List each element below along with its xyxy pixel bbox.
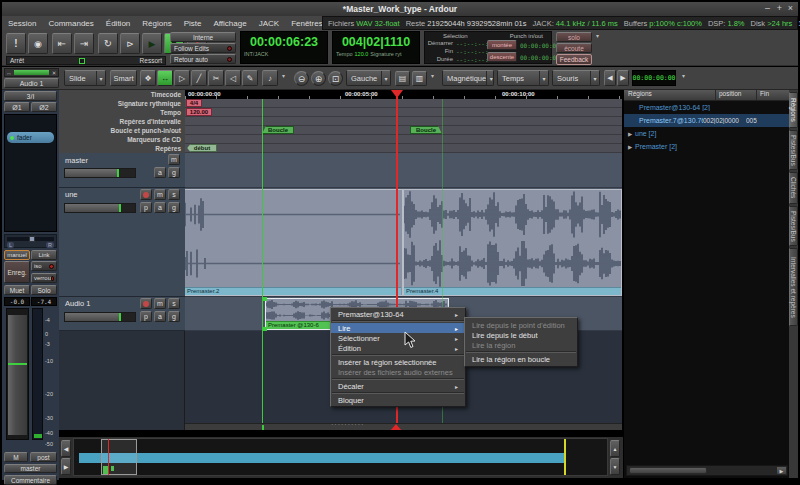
region-fade-handle[interactable]	[263, 327, 267, 331]
region-row-name[interactable]: Premaster [2]	[635, 143, 677, 150]
comments-button[interactable]: Commentaire	[4, 475, 57, 485]
region-row-name[interactable]: une [2]	[635, 130, 656, 137]
menu-jack[interactable]: JACK	[253, 19, 285, 28]
submenu-item-loop-region[interactable]: Lire la région en boucle	[465, 354, 577, 364]
menu-item-nudge[interactable]: Décaler ▸	[331, 381, 465, 391]
solo-isolate-button[interactable]: iso	[31, 261, 57, 271]
feedback-indicator-button[interactable]: Feedback	[556, 54, 592, 65]
une-record-arm-button[interactable]	[140, 189, 152, 200]
start-location-marker[interactable]: début	[187, 144, 217, 152]
une-gain-bar[interactable]	[64, 203, 136, 213]
shuttle-marker[interactable]	[79, 58, 85, 64]
track-header-une[interactable]: une m s p a g	[59, 188, 185, 297]
strip-input-button[interactable]: 3/I	[4, 91, 57, 101]
loop-punch-ruler[interactable]: Boucle Boucle	[185, 126, 622, 135]
phase-invert-1-button[interactable]: Ø1	[4, 102, 30, 112]
audition-tool-button[interactable]: ◁	[225, 70, 241, 86]
submenu-item-play-from-edit-point[interactable]: Lire depuis le point d'édition	[465, 320, 577, 330]
master-gain-bar[interactable]	[64, 168, 136, 178]
ruler-label-meter[interactable]: Signature rythmique	[59, 99, 185, 108]
ruler-label-tempo[interactable]: Tempo	[59, 108, 185, 117]
audio1-group-button[interactable]: g	[168, 311, 180, 322]
summary-scroll-right[interactable]: ▶	[61, 458, 71, 475]
ruler-label-cd-markers[interactable]: Marqueurs de CD	[59, 135, 185, 144]
region-row-name[interactable]: Premaster@130-64 [2]	[624, 104, 710, 111]
secondary-clock[interactable]: 004|02|1110 Tempo 120.0 Signature ryt	[332, 31, 420, 64]
expander-icon[interactable]: ▶	[624, 144, 635, 150]
processor-box[interactable]: fader	[4, 114, 57, 232]
fader-processor[interactable]: fader	[7, 132, 54, 143]
une-track-lane[interactable]: Premaster.2 Premaster.4	[185, 188, 622, 297]
stretch-tool-button[interactable]: ✂	[208, 70, 224, 86]
region-list-row[interactable]: ▶ une [2]	[624, 127, 790, 140]
region-premaster2[interactable]: Premaster.2	[185, 189, 403, 296]
pan-thumb[interactable]	[29, 236, 35, 242]
close-button[interactable]: ×	[788, 3, 793, 13]
pan-control[interactable]: L R	[4, 234, 57, 248]
record-arm-button[interactable]: Enreg.	[4, 261, 30, 283]
punch-out-clock[interactable]: 00:00:00:00	[520, 54, 560, 61]
auto-return-toggle[interactable]: Retour auto	[170, 54, 236, 64]
audio1-solo-button[interactable]: s	[168, 298, 180, 309]
sync-source-button[interactable]: Interne	[170, 32, 236, 42]
range-marker-ruler[interactable]	[185, 117, 622, 126]
menu-regions[interactable]: Régions	[136, 19, 177, 28]
meter-marker[interactable]: 4/4	[186, 99, 202, 107]
gain-fader[interactable]	[6, 308, 29, 440]
track-name-audio1[interactable]: Audio 1	[65, 299, 90, 308]
transport-more-arrow[interactable]: ▾	[596, 32, 599, 39]
menu-item-edit[interactable]: Édition ▸	[331, 343, 465, 353]
menu-item-region-name[interactable]: Premaster@130-64 ▸	[331, 309, 465, 319]
mute-button[interactable]: Muet	[4, 285, 30, 295]
menu-commandes[interactable]: Commandes	[42, 19, 99, 28]
menu-item-lock[interactable]: Bloquer	[331, 395, 465, 405]
minimize-button[interactable]: –	[765, 3, 770, 13]
object-tool-button[interactable]: ❖	[140, 70, 156, 86]
submenu-item-play-from-start[interactable]: Lire depuis le début	[465, 330, 577, 340]
go-end-button[interactable]: ⇥	[74, 33, 94, 54]
expand-tracks-button[interactable]: ▥	[412, 71, 427, 86]
pan-link-button[interactable]: Link	[31, 250, 57, 260]
peak-display[interactable]: -7.4	[31, 297, 57, 306]
summary-drag-handle[interactable]: ··········	[331, 421, 364, 428]
une-solo-button[interactable]: s	[168, 189, 180, 200]
column-regions[interactable]: Régions	[624, 90, 716, 100]
gain-display[interactable]: -0.0	[4, 297, 30, 306]
tools-more-arrow[interactable]: ▾	[282, 72, 285, 79]
expander-icon[interactable]: ▶	[624, 131, 635, 137]
solo-lock-button[interactable]: verrou	[31, 273, 57, 283]
strip-gain-widget[interactable]: ↔ ✕	[4, 68, 59, 77]
height-more-arrow[interactable]: ▾	[431, 72, 434, 79]
ruler-label-ranges[interactable]: Repères d'intervalle	[59, 117, 185, 126]
cut-tool-button[interactable]: ▷	[174, 70, 190, 86]
menu-item-insert-selected-region[interactable]: Insérer la région sélectionnée	[331, 357, 465, 367]
ruler-label-timecode[interactable]: Timecode	[59, 90, 185, 99]
meter-ruler[interactable]: 4/4	[185, 99, 622, 108]
tab-ranges-marks[interactable]: Intervalles et repères	[789, 248, 798, 326]
region-list-row[interactable]: Premaster@130-64 [2]	[624, 101, 790, 114]
audio1-automation-button[interactable]: a	[154, 311, 166, 322]
output-button[interactable]: master	[4, 464, 57, 473]
submenu-item-play-region[interactable]: Lire la région	[465, 340, 577, 350]
zoom-out-button[interactable]: ⊖	[294, 71, 309, 86]
ruler-label-markers[interactable]: Repères	[59, 144, 185, 153]
summary-scroll-up[interactable]: ▲	[610, 440, 620, 457]
punch-in-clock[interactable]: 00:00:00:00	[520, 42, 560, 49]
follow-edits-toggle[interactable]: Follow Edits	[170, 43, 236, 53]
tempo-marker[interactable]: 120.00	[186, 108, 212, 116]
audio1-record-arm-button[interactable]	[140, 298, 152, 309]
secondary-clock-value[interactable]: 004|02|1110	[333, 35, 419, 49]
track-header-audio1[interactable]: Audio 1 m s p a g	[59, 297, 185, 331]
tab-groups[interactable]: Pistes/Bus	[789, 206, 798, 246]
audio1-mute-button[interactable]: m	[154, 298, 166, 309]
audio1-playlist-button[interactable]: p	[140, 311, 152, 322]
menu-edition[interactable]: Édition	[100, 19, 136, 28]
primary-clock-value[interactable]: 00:00:06:23	[241, 35, 327, 49]
summary-view-frame[interactable]	[101, 439, 137, 475]
solo-button[interactable]: Solo	[31, 285, 57, 295]
hscrollbar-thumb[interactable]	[629, 467, 707, 474]
track-name-master[interactable]: master	[65, 156, 88, 165]
summary-view[interactable]	[73, 438, 608, 476]
cd-marker-ruler[interactable]	[185, 135, 622, 144]
region-name-bar[interactable]: Premaster.2	[185, 287, 401, 295]
